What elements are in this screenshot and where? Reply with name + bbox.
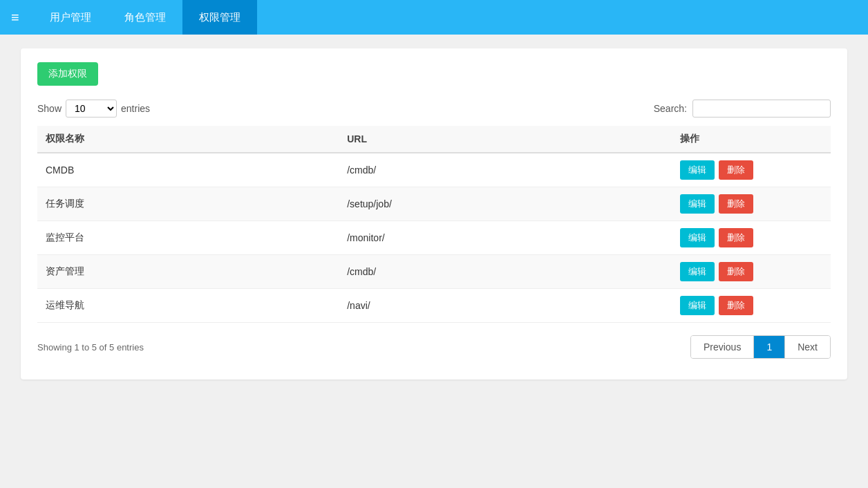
delete-button-2[interactable]: 删除 [719,228,753,247]
cell-url-1: /setup/job/ [339,187,672,221]
delete-button-4[interactable]: 删除 [719,296,753,315]
show-label: Show [37,103,62,114]
edit-button-2[interactable]: 编辑 [680,228,715,247]
edit-button-4[interactable]: 编辑 [680,296,715,315]
action-buttons-1: 编辑 删除 [680,194,822,214]
add-permission-button[interactable]: 添加权限 [37,62,98,86]
cell-name-1: 任务调度 [37,187,339,221]
nav-item-role-management[interactable]: 角色管理 [108,0,182,35]
permissions-table: 权限名称 URL 操作 CMDB /cmdb/ 编辑 删除 任务调度 /setu… [37,126,831,323]
table-footer: Showing 1 to 5 of 5 entries Previous 1 N… [37,335,831,359]
search-input[interactable] [692,100,831,118]
hamburger-icon[interactable]: ≡ [11,10,19,26]
cell-action-2: 编辑 删除 [672,221,831,255]
cell-url-2: /monitor/ [339,221,672,255]
search-box: Search: [654,100,831,118]
cell-action-0: 编辑 删除 [672,153,831,187]
cell-action-1: 编辑 删除 [672,187,831,221]
table-row: 运维导航 /navi/ 编辑 删除 [37,289,831,323]
main-card: 添加权限 Show 10 25 50 100 entries Search: [21,48,847,379]
edit-button-3[interactable]: 编辑 [680,262,715,281]
action-buttons-2: 编辑 删除 [680,228,822,247]
cell-action-4: 编辑 删除 [672,289,831,323]
action-buttons-0: 编辑 删除 [680,160,822,180]
table-row: 资产管理 /cmdb/ 编辑 删除 [37,255,831,289]
show-entries-control: Show 10 25 50 100 entries [37,100,150,118]
edit-button-1[interactable]: 编辑 [680,194,715,214]
delete-button-1[interactable]: 删除 [719,194,753,214]
pagination: Previous 1 Next [690,335,831,359]
col-header-action: 操作 [672,126,831,153]
table-row: 监控平台 /monitor/ 编辑 删除 [37,221,831,255]
cell-name-0: CMDB [37,153,339,187]
table-row: CMDB /cmdb/ 编辑 删除 [37,153,831,187]
action-buttons-4: 编辑 删除 [680,296,822,315]
table-header-row: 权限名称 URL 操作 [37,126,831,153]
next-button[interactable]: Next [785,336,830,358]
action-buttons-3: 编辑 删除 [680,262,822,281]
cell-name-2: 监控平台 [37,221,339,255]
showing-info: Showing 1 to 5 of 5 entries [37,342,144,353]
cell-action-3: 编辑 删除 [672,255,831,289]
page-1-button[interactable]: 1 [754,336,785,358]
col-header-name: 权限名称 [37,126,339,153]
entries-per-page-select[interactable]: 10 25 50 100 [66,100,117,118]
table-controls: Show 10 25 50 100 entries Search: [37,100,831,118]
cell-url-0: /cmdb/ [339,153,672,187]
col-header-url: URL [339,126,672,153]
cell-url-4: /navi/ [339,289,672,323]
cell-url-3: /cmdb/ [339,255,672,289]
nav-item-permission-management[interactable]: 权限管理 [182,0,257,35]
table-row: 任务调度 /setup/job/ 编辑 删除 [37,187,831,221]
nav-item-user-management[interactable]: 用户管理 [33,0,108,35]
entries-label: entries [121,103,150,114]
edit-button-0[interactable]: 编辑 [680,160,715,180]
page-body: 添加权限 Show 10 25 50 100 entries Search: [0,35,868,488]
delete-button-3[interactable]: 删除 [719,262,753,281]
previous-button[interactable]: Previous [691,336,754,358]
delete-button-0[interactable]: 删除 [719,160,753,180]
navbar: ≡ 用户管理 角色管理 权限管理 [0,0,868,35]
cell-name-3: 资产管理 [37,255,339,289]
search-label: Search: [654,103,687,114]
cell-name-4: 运维导航 [37,289,339,323]
